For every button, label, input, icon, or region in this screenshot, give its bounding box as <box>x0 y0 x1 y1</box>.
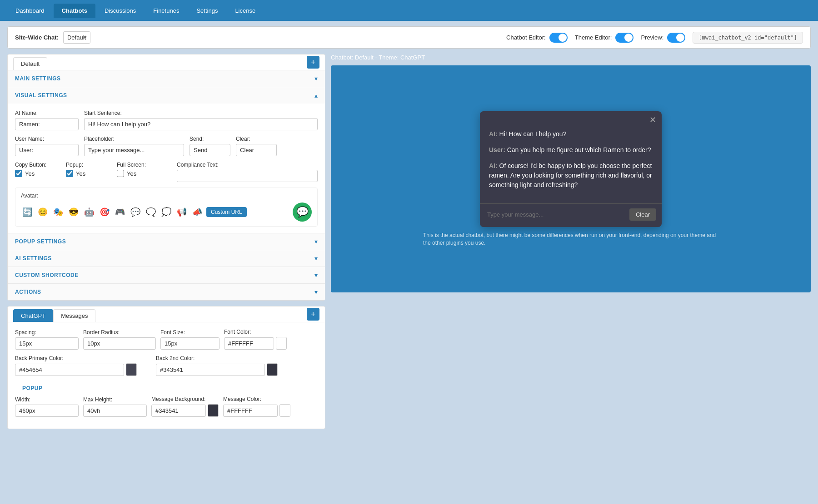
chatbot-editor-toggle[interactable] <box>549 33 568 43</box>
visual-settings-chevron: ▴ <box>314 92 318 99</box>
custom-shortcode-chevron: ▾ <box>314 272 318 279</box>
theme-add-button[interactable]: + <box>307 308 319 321</box>
preview-toggle[interactable] <box>667 33 685 43</box>
copy-button-value: Yes <box>25 170 35 177</box>
username-input[interactable] <box>15 144 79 156</box>
fullscreen-label: Full Screen: <box>117 162 171 168</box>
avatar-label: Avatar: <box>21 193 312 199</box>
chatbot-default-tab[interactable]: Default <box>13 57 47 70</box>
avatar-icon-2[interactable]: 😊 <box>36 206 49 218</box>
clear-input[interactable] <box>236 144 277 156</box>
nav-tab-settings[interactable]: Settings <box>188 4 226 18</box>
copy-button-checkbox[interactable] <box>15 170 22 177</box>
message-color-input[interactable] <box>223 405 278 417</box>
user-message-2: Can you help me figure out which Ramen t… <box>507 146 651 153</box>
chat-popup: ✕ AI: Hi! How can I help you? User: Can … <box>480 111 662 227</box>
ai-name-row: AI Name: Start Sentence: <box>15 110 318 130</box>
theme-tab-chatgpt[interactable]: ChatGPT <box>13 309 53 322</box>
message-color-group: Message Color: <box>223 396 290 417</box>
back-2nd-row <box>156 363 292 376</box>
avatar-icon-6[interactable]: 🎯 <box>98 206 111 218</box>
nav-tab-discussions[interactable]: Discussions <box>96 4 144 18</box>
popup-group: Popup: Yes <box>66 162 111 177</box>
back-primary-swatch[interactable] <box>126 363 137 376</box>
font-color-row <box>224 337 287 350</box>
nav-tab-license[interactable]: License <box>227 4 264 18</box>
ai-message-1: Hi! How can I help you? <box>499 130 567 138</box>
avatar-icon-11[interactable]: 📢 <box>175 206 188 218</box>
placeholder-input[interactable] <box>84 144 184 156</box>
chat-message-3: AI: Of course! I'd be happy to help you … <box>489 161 653 190</box>
theme-tab-messages[interactable]: Messages <box>53 309 95 322</box>
back-2nd-input[interactable] <box>156 364 265 376</box>
chat-input[interactable] <box>485 208 629 221</box>
back-primary-group: Back Primary Color: <box>15 355 151 376</box>
username-placeholder-row: User Name: Placeholder: Send: <box>15 136 318 156</box>
actions-title: ACTIONS <box>15 289 41 295</box>
back-primary-row <box>15 363 151 376</box>
chatbot-add-button[interactable]: + <box>307 56 319 69</box>
compliance-label: Compliance Text: <box>177 162 318 168</box>
back-primary-label: Back Primary Color: <box>15 355 151 361</box>
back-2nd-swatch[interactable] <box>267 363 278 376</box>
site-wide-select-wrapper[interactable]: Default None <box>63 31 90 44</box>
chat-message-2: User: Can you help me figure out which R… <box>489 145 653 155</box>
avatar-preview-icon: 💬 <box>293 203 312 222</box>
custom-url-button[interactable]: Custom URL <box>206 207 247 217</box>
popup-settings-section: POPUP SETTINGS ▾ <box>8 233 325 250</box>
avatar-icon-9[interactable]: 🗨️ <box>145 206 157 218</box>
border-radius-input[interactable] <box>83 337 156 350</box>
popup-settings-header[interactable]: POPUP SETTINGS ▾ <box>8 233 325 250</box>
avatar-icon-1[interactable]: 🔄 <box>21 206 34 218</box>
nav-tab-chatbots[interactable]: Chatbots <box>54 4 95 18</box>
copy-button-row: Yes <box>15 170 60 177</box>
close-button[interactable]: ✕ <box>649 116 656 124</box>
compliance-input[interactable] <box>177 170 318 182</box>
main-settings-header[interactable]: MAIN SETTINGS ▾ <box>8 70 325 87</box>
start-sentence-input[interactable] <box>84 118 318 130</box>
message-bg-swatch[interactable] <box>208 404 219 417</box>
ai-settings-header[interactable]: AI SETTINGS ▾ <box>8 250 325 267</box>
nav-tab-dashboard[interactable]: Dashboard <box>7 4 53 18</box>
avatar-icon-5[interactable]: 🤖 <box>83 206 95 218</box>
visual-settings-header[interactable]: VISUAL SETTINGS ▴ <box>8 87 325 104</box>
avatar-icon-8[interactable]: 💬 <box>129 206 142 218</box>
send-input[interactable] <box>190 144 230 156</box>
font-color-swatch[interactable] <box>276 337 287 350</box>
popup-checkbox[interactable] <box>66 170 73 177</box>
custom-shortcode-header[interactable]: CUSTOM SHORTCODE ▾ <box>8 267 325 283</box>
popup-row: Yes <box>66 170 111 177</box>
avatar-icon-7[interactable]: 🎮 <box>114 206 126 218</box>
placeholder-group: Placeholder: <box>84 136 184 156</box>
avatar-icon-4[interactable]: 😎 <box>67 206 80 218</box>
ai-message-3: Of course! I'd be happy to help you choo… <box>489 162 652 188</box>
chat-messages: AI: Hi! How can I help you? User: Can yo… <box>480 124 662 203</box>
chatbot-editor-toggle-group: Chatbot Editor: <box>506 33 568 43</box>
back-primary-input[interactable] <box>15 364 124 376</box>
font-size-group: Font Size: <box>160 329 219 350</box>
avatar-icon-12[interactable]: 📣 <box>191 206 204 218</box>
avatar-icon-3[interactable]: 🎭 <box>52 206 65 218</box>
ai-name-input[interactable] <box>15 118 79 130</box>
clear-label: Clear: <box>236 136 277 142</box>
chat-clear-button[interactable]: Clear <box>629 208 656 221</box>
site-wide-select[interactable]: Default None <box>63 31 90 44</box>
font-size-input[interactable] <box>160 337 219 350</box>
nav-tab-finetunes[interactable]: Finetunes <box>145 4 187 18</box>
message-bg-input[interactable] <box>151 405 206 417</box>
font-color-input[interactable] <box>224 337 274 350</box>
max-height-input[interactable] <box>83 405 147 417</box>
width-input[interactable] <box>15 405 79 417</box>
message-color-swatch[interactable] <box>279 404 290 417</box>
fullscreen-checkbox[interactable] <box>117 170 124 177</box>
spacing-input[interactable] <box>15 337 79 350</box>
theme-row-2: Back Primary Color: Back 2nd Color: <box>15 355 318 376</box>
message-bg-label: Message Background: <box>151 396 219 402</box>
two-col-layout: Default + MAIN SETTINGS ▾ VISUAL SETTING… <box>7 54 811 429</box>
placeholder-label: Placeholder: <box>84 136 184 142</box>
fullscreen-group: Full Screen: Yes <box>117 162 171 177</box>
actions-header[interactable]: ACTIONS ▾ <box>8 284 325 300</box>
theme-editor-toggle[interactable] <box>615 33 633 43</box>
preview-disclaimer: This is the actual chatbot, but there mi… <box>423 232 718 247</box>
avatar-icon-10[interactable]: 💭 <box>160 206 173 218</box>
